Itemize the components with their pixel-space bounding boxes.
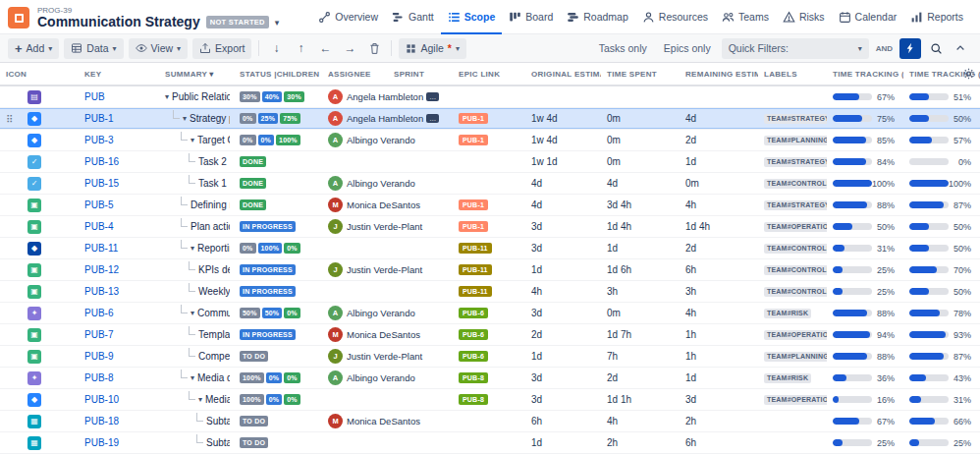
table-row[interactable]: ✦PUB-6▾Communicati50%50%0%AAlbingo Veran…	[0, 303, 980, 324]
status-badge[interactable]: 30%	[284, 91, 304, 102]
label-badge[interactable]: TEAM#CONTROLLING	[764, 265, 827, 275]
expand-chevron-icon[interactable]: ▾	[191, 309, 194, 317]
export-button[interactable]: Export	[192, 38, 251, 59]
epic-link-badge[interactable]: PUB-8	[459, 372, 488, 383]
table-row[interactable]: ▣PUB-5Defining meDONEMMonica DeSantosPUB…	[0, 195, 980, 216]
epics-only-toggle[interactable]: Epics only	[658, 42, 717, 54]
column-header-labels[interactable]: LABELS	[758, 63, 827, 85]
table-row[interactable]: ✓PUB-16Task 2DONE1w 1d0m1dTEAM#STRATEGY8…	[0, 151, 980, 173]
issue-key-link[interactable]: PUB-16	[84, 156, 119, 167]
column-header-icon[interactable]: ICON	[0, 63, 79, 85]
table-row[interactable]: ▤PUB▾Public Relation pr30%40%30%AAngela …	[0, 86, 980, 108]
label-badge[interactable]: TEAM#CONTROLLING	[764, 244, 827, 254]
column-header-time-spent[interactable]: TIME SPENT	[601, 63, 680, 85]
drag-handle-icon[interactable]: ⠿	[6, 113, 13, 124]
expand-chevron-icon[interactable]: ▾	[191, 244, 194, 253]
label-badge[interactable]: TEAM#OPERATION	[764, 330, 827, 340]
status-badge[interactable]: 0%	[284, 243, 300, 254]
sort-chevron-icon[interactable]: ▾	[209, 70, 213, 79]
status-badge[interactable]: 0%	[240, 135, 256, 145]
column-settings-gear-icon[interactable]	[962, 68, 975, 81]
outdent-button[interactable]: ←	[315, 38, 335, 59]
table-row[interactable]: ▣PUB-13Weekly repoIN PROGRESSPUB-114h3h3…	[0, 281, 980, 303]
status-badge[interactable]: 25%	[258, 113, 279, 124]
status-badge[interactable]: 100%	[258, 243, 283, 254]
column-header-epic-link[interactable]: EPIC LINK	[453, 63, 525, 85]
issue-key-link[interactable]: PUB-9	[84, 351, 113, 362]
status-badge[interactable]: 100%	[240, 394, 264, 405]
status-badge[interactable]: TO DO	[240, 351, 268, 362]
status-badge[interactable]: 50%	[262, 308, 283, 318]
search-button[interactable]	[926, 38, 946, 59]
label-badge[interactable]: TEAM#PLANNING	[764, 136, 827, 145]
epic-link-badge[interactable]: PUB-1	[459, 113, 488, 124]
table-row[interactable]: ▣PUB-9CompetitorsTO DOJJustin Verde-Plan…	[0, 346, 980, 368]
label-badge[interactable]: TEAM#PLANNING	[764, 352, 827, 362]
collapse-toolbar-button[interactable]	[951, 38, 970, 59]
issue-key-link[interactable]: PUB-1	[84, 113, 113, 124]
label-badge[interactable]: TEAM#OPERATION	[764, 395, 827, 405]
status-badge[interactable]: 100%	[276, 135, 300, 145]
status-badge[interactable]: 0%	[240, 113, 256, 124]
issue-key-link[interactable]: PUB-8	[84, 372, 113, 383]
tab-reports[interactable]: Reports	[903, 1, 970, 34]
label-badge[interactable]: TEAM#STRATEGY	[764, 200, 827, 210]
label-badge[interactable]: TEAM#RISK	[764, 309, 811, 318]
epic-link-badge[interactable]: PUB-1	[459, 221, 488, 232]
label-badge[interactable]: TEAM#CONTROLLING	[764, 287, 827, 297]
issue-key-link[interactable]: PUB-3	[84, 135, 113, 145]
status-badge[interactable]: TO DO	[240, 416, 268, 427]
issue-key-link[interactable]: PUB-4	[84, 221, 113, 232]
status-badge[interactable]: 50%	[240, 308, 260, 318]
tab-roadmap[interactable]: Roadmap	[560, 1, 635, 34]
table-row[interactable]: ✦PUB-8▾Media databas100%0%0%AAlbingo Ver…	[0, 368, 980, 389]
tasks-only-toggle[interactable]: Tasks only	[593, 42, 653, 54]
status-badge[interactable]: IN PROGRESS	[240, 286, 296, 297]
tab-risks[interactable]: Risks	[776, 1, 832, 34]
issue-key-link[interactable]: PUB-10	[84, 394, 119, 405]
status-badge[interactable]: 0%	[266, 372, 283, 383]
status-badge[interactable]: TO DO	[240, 437, 268, 448]
table-row[interactable]: ◆PUB-3▾Target Grou0%0%100%AAlbingo Veran…	[0, 130, 980, 151]
table-row[interactable]: ⠿◆PUB-1▾Strategy planni0%25%75%AAngela H…	[0, 108, 980, 130]
title-chevron-down-icon[interactable]: ▾	[275, 18, 280, 28]
agile-view-button[interactable]: Agile * ▾	[399, 38, 465, 59]
tab-gantt[interactable]: Gantt	[385, 1, 441, 34]
tab-board[interactable]: Board	[502, 1, 560, 34]
epic-link-badge[interactable]: PUB-6	[459, 329, 488, 340]
status-badge[interactable]: DONE	[240, 199, 266, 210]
add-button[interactable]: + Add ▾	[8, 38, 59, 59]
table-row[interactable]: ▣PUB-7Template mIN PROGRESSMMonica DeSan…	[0, 324, 980, 346]
status-badge[interactable]: DONE	[240, 178, 266, 189]
label-badge[interactable]: TEAM#RISK	[764, 373, 811, 383]
tab-scope[interactable]: Scope	[441, 1, 503, 34]
issue-key-link[interactable]: PUB-7	[84, 329, 113, 340]
status-badge[interactable]: IN PROGRESS	[240, 221, 296, 232]
data-button[interactable]: Data ▾	[64, 38, 123, 59]
table-row[interactable]: ▦PUB-18SubtaskTO DOMMonica DeSantos6h4h2…	[0, 411, 980, 432]
status-badge[interactable]: 0%	[240, 243, 256, 254]
table-row[interactable]: ▦PUB-19SubtaskTO DO1d2h6h25%25%	[0, 432, 980, 454]
expand-chevron-icon[interactable]: ▾	[183, 114, 187, 123]
status-badge[interactable]: 0%	[284, 308, 300, 318]
issue-key-link[interactable]: PUB-6	[84, 308, 113, 318]
column-header-assignee[interactable]: ASSIGNEE	[322, 63, 388, 85]
tab-calendar[interactable]: Calendar	[832, 1, 904, 34]
delete-button[interactable]	[364, 38, 384, 59]
label-badge[interactable]: TEAM#STRATEGY	[764, 157, 827, 167]
quick-filters-bolt-button[interactable]	[899, 38, 921, 59]
issue-key-link[interactable]: PUB	[84, 91, 105, 102]
tab-resources[interactable]: Resources	[635, 1, 715, 34]
column-header-summary[interactable]: SUMMARY▾	[159, 63, 234, 85]
label-badge[interactable]: TEAM#CONTROLLING	[764, 179, 827, 189]
app-logo[interactable]	[8, 7, 29, 28]
status-badge[interactable]: DONE	[240, 156, 266, 167]
issue-key-link[interactable]: PUB-5	[84, 199, 113, 210]
epic-link-badge[interactable]: PUB-11	[459, 286, 492, 297]
issue-key-link[interactable]: PUB-18	[84, 416, 119, 427]
column-header-status-children-stat[interactable]: STATUS |CHILDREN STAT	[234, 63, 322, 85]
issue-key-link[interactable]: PUB-12	[84, 264, 119, 275]
move-down-button[interactable]: ↓	[266, 38, 286, 59]
table-row[interactable]: ▣PUB-12KPIs definitiIN PROGRESSJJustin V…	[0, 259, 980, 281]
table-row[interactable]: ✓PUB-15Task 1DONEAAlbingo Verando4d4d0mT…	[0, 173, 980, 195]
